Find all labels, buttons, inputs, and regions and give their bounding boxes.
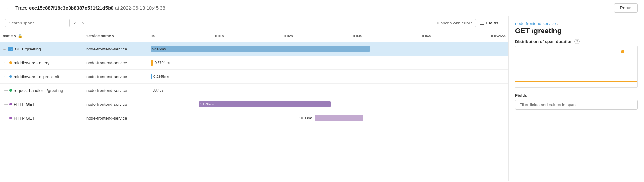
timeline-bar-area: 0.5704ms [151, 58, 370, 67]
span-title: GET /greeting [515, 27, 638, 35]
duration-label: 10.03ms [299, 116, 312, 120]
span-timeline-cell: 52.65ms [148, 42, 508, 56]
duration-label: 0.5704ms [155, 61, 170, 65]
help-icon[interactable]: ? [574, 39, 580, 44]
span-name-text: HTTP GET [14, 116, 34, 121]
col-header-name[interactable]: name ∨ 🔒 [0, 30, 84, 42]
span-dot [9, 61, 12, 64]
service-name[interactable]: node-frontend-service [515, 21, 556, 26]
sort-icon-service: ∨ [112, 34, 115, 38]
timeline-bar-area: 0.2245ms [151, 72, 370, 81]
span-name-cell: •••5GET /greeting [0, 42, 84, 56]
left-panel: ‹ › 0 spans with errors Fields name [0, 16, 509, 181]
span-name-cell: ├─middleware - expressInit [0, 70, 84, 84]
trace-time: at 2022-06-13 10:45:38 [115, 5, 165, 11]
indent-line: ├─ [3, 102, 12, 106]
trace-prefix: Trace [15, 5, 28, 11]
span-service-cell: node-frontend-service [84, 84, 148, 97]
fields-button-label: Fields [486, 21, 498, 25]
indent-line: ├─ [3, 88, 12, 93]
child-count-badge: 5 [8, 47, 13, 51]
svg-rect-0 [480, 22, 484, 22]
indent-line: ├─ [3, 116, 12, 120]
distribution-label: Distribution of span duration ? [515, 39, 638, 44]
indent-pipe: ├─ [3, 74, 8, 79]
chart-horizontal-line [515, 81, 637, 82]
span-name-text: GET /greeting [15, 47, 41, 51]
span-service-cell: node-frontend-service [84, 56, 148, 70]
service-nav: node-frontend-service › [515, 21, 638, 26]
table-row[interactable]: ├─middleware - expressInitnode-frontend-… [0, 70, 508, 84]
duration-label: 38.4μs [153, 88, 163, 92]
duration-bar [151, 87, 151, 93]
duration-bar [151, 60, 153, 66]
span-timeline-cell: 31.48ms [148, 97, 508, 111]
duration-bar: 31.48ms [199, 101, 331, 107]
col-header-service[interactable]: service.name ∨ [84, 30, 148, 42]
svg-rect-2 [480, 24, 484, 25]
indent-pipe: ├─ [3, 88, 8, 93]
duration-bar [315, 115, 363, 121]
fields-button[interactable]: Fields [475, 19, 503, 27]
fields-filter-input[interactable] [515, 100, 638, 110]
span-service-cell: node-frontend-service [84, 42, 148, 56]
errors-badge: 0 spans with errors [437, 21, 473, 25]
duration-label: 0.2245ms [153, 75, 169, 78]
back-button[interactable]: ← [6, 5, 12, 11]
span-name-text: middleware - expressInit [14, 74, 59, 79]
duration-bar: 52.65ms [151, 46, 370, 52]
t2: 0.02s [284, 34, 293, 38]
distribution-chart [515, 46, 638, 88]
duration-label: 52.65ms [152, 47, 166, 51]
span-dot [9, 103, 12, 105]
right-panel: node-frontend-service › GET /greeting Di… [509, 16, 644, 181]
indent-pipe: ├─ [3, 116, 8, 120]
span-name-cell: ├─request handler - /greeting [0, 84, 84, 97]
table-row[interactable]: ├─HTTP GETnode-frontend-service10.03ms [0, 111, 508, 125]
duration-label: 31.48ms [200, 102, 214, 106]
timeline-bar-area: 31.48ms [151, 100, 370, 109]
toolbar: ‹ › 0 spans with errors Fields [0, 16, 508, 30]
trace-id: eec15c887f18c3e3b8387e531f21d5b0 [29, 5, 114, 11]
search-input[interactable] [5, 19, 70, 27]
trace-header: ← Trace eec15c887f18c3e3b8387e531f21d5b0… [0, 0, 644, 16]
fields-section: Fields [515, 93, 638, 110]
indent-pipe: ├─ [3, 60, 8, 65]
table-row[interactable]: ├─middleware - querynode-frontend-servic… [0, 56, 508, 70]
nav-next-button[interactable]: › [80, 20, 86, 27]
indent-line: ├─ [3, 74, 12, 79]
distribution-section: Distribution of span duration ? [515, 39, 638, 88]
span-service-cell: node-frontend-service [84, 70, 148, 84]
span-timeline-cell: 38.4μs [148, 84, 508, 97]
span-name-text: request handler - /greeting [14, 88, 63, 93]
span-dot [9, 75, 12, 78]
span-service-cell: node-frontend-service [84, 97, 148, 111]
col-header-timeline: 0s 0.01s 0.02s 0.03s 0.04s 0.05265s [148, 30, 508, 42]
svg-rect-1 [480, 23, 484, 23]
t4: 0.04s [422, 34, 431, 38]
span-name-cell: ├─HTTP GET [0, 97, 84, 111]
span-service-cell: node-frontend-service [84, 111, 148, 125]
span-timeline-cell: 0.2245ms [148, 70, 508, 84]
dots-icon[interactable]: ••• [3, 47, 6, 51]
chart-dot [621, 50, 624, 53]
nav-prev-button[interactable]: ‹ [72, 20, 78, 27]
timeline-bar-area: 10.03ms [151, 114, 370, 123]
table-row[interactable]: ├─HTTP GETnode-frontend-service31.48ms [0, 97, 508, 111]
span-dot [9, 89, 12, 92]
timeline-header: 0s 0.01s 0.02s 0.03s 0.04s 0.05265s [151, 32, 506, 40]
span-dot [9, 117, 12, 119]
span-name-text: middleware - query [14, 60, 50, 65]
table-row[interactable]: •••5GET /greetingnode-frontend-service52… [0, 42, 508, 56]
service-chevron: › [557, 21, 558, 26]
indent-pipe: ├─ [3, 102, 8, 106]
timeline-bar-area: 38.4μs [151, 86, 370, 95]
span-timeline-cell: 10.03ms [148, 111, 508, 125]
main-layout: ‹ › 0 spans with errors Fields name [0, 16, 644, 181]
span-name-text: HTTP GET [14, 102, 34, 107]
t3: 0.03s [353, 34, 362, 38]
span-timeline-cell: 0.5704ms [148, 56, 508, 70]
rerun-button[interactable]: Rerun [614, 3, 638, 13]
table-row[interactable]: ├─request handler - /greetingnode-fronte… [0, 84, 508, 97]
indent-line: ├─ [3, 60, 12, 65]
